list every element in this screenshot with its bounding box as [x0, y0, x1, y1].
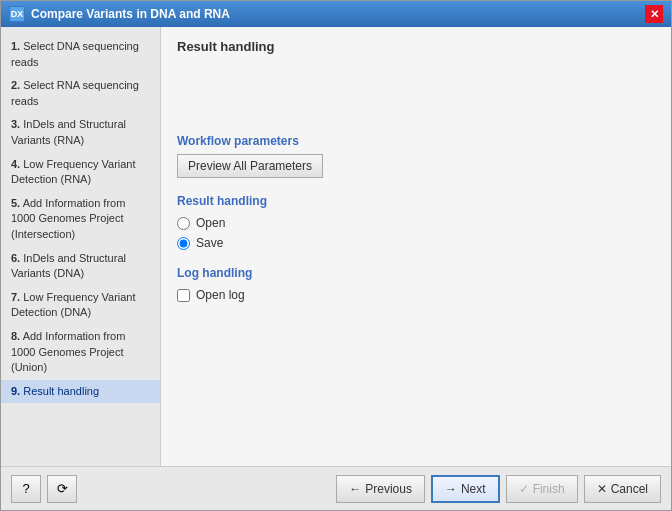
sidebar-item-5[interactable]: 5. Add Information from 1000 Genomes Pro…: [1, 192, 160, 247]
radio-save[interactable]: [177, 237, 190, 250]
previous-label: Previous: [365, 482, 412, 496]
radio-save-label: Save: [196, 236, 223, 250]
sidebar-item-9[interactable]: 9. Result handling: [1, 380, 160, 404]
open-log-checkbox-item[interactable]: Open log: [177, 288, 655, 302]
cancel-x-icon: ✕: [597, 482, 607, 496]
previous-button[interactable]: ← Previous: [336, 475, 425, 503]
preview-all-parameters-button[interactable]: Preview All Parameters: [177, 154, 323, 178]
sidebar-item-8[interactable]: 8. Add Information from 1000 Genomes Pro…: [1, 325, 160, 380]
title-bar: DX Compare Variants in DNA and RNA ✕: [1, 1, 671, 27]
cancel-button[interactable]: ✕ Cancel: [584, 475, 661, 503]
sidebar-item-1[interactable]: 1. Select DNA sequencing reads: [1, 35, 160, 74]
radio-open[interactable]: [177, 217, 190, 230]
open-log-checkbox[interactable]: [177, 289, 190, 302]
finish-button[interactable]: ✓ Finish: [506, 475, 578, 503]
help-button[interactable]: ?: [11, 475, 41, 503]
result-handling-subtitle: Result handling: [177, 194, 655, 208]
next-label: Next: [461, 482, 486, 496]
finish-label: Finish: [533, 482, 565, 496]
result-handling-options: Open Save: [177, 216, 655, 250]
prev-arrow-icon: ←: [349, 482, 361, 496]
bottom-right-buttons: ← Previous → Next ✓ Finish ✕ Cancel: [336, 475, 661, 503]
close-button[interactable]: ✕: [645, 5, 663, 23]
open-log-label: Open log: [196, 288, 245, 302]
sidebar-item-4[interactable]: 4. Low Frequency Variant Detection (RNA): [1, 153, 160, 192]
radio-open-item[interactable]: Open: [177, 216, 655, 230]
sidebar: 1. Select DNA sequencing reads2. Select …: [1, 27, 161, 466]
content-area: 1. Select DNA sequencing reads2. Select …: [1, 27, 671, 466]
window-title: Compare Variants in DNA and RNA: [31, 7, 230, 21]
sidebar-item-2[interactable]: 2. Select RNA sequencing reads: [1, 74, 160, 113]
finish-check-icon: ✓: [519, 482, 529, 496]
main-panel: Result handling Workflow parameters Prev…: [161, 27, 671, 466]
workflow-params-title: Workflow parameters: [177, 134, 655, 148]
settings-button[interactable]: ⟳: [47, 475, 77, 503]
main-window: DX Compare Variants in DNA and RNA ✕ 1. …: [0, 0, 672, 511]
sidebar-item-7[interactable]: 7. Low Frequency Variant Detection (DNA): [1, 286, 160, 325]
bottom-left-buttons: ? ⟳: [11, 475, 77, 503]
next-button[interactable]: → Next: [431, 475, 500, 503]
radio-save-item[interactable]: Save: [177, 236, 655, 250]
bottom-bar: ? ⟳ ← Previous → Next ✓ Finish ✕ Cancel: [1, 466, 671, 510]
cancel-label: Cancel: [611, 482, 648, 496]
log-handling-title: Log handling: [177, 266, 655, 280]
sidebar-item-3[interactable]: 3. InDels and Structural Variants (RNA): [1, 113, 160, 152]
sidebar-item-6[interactable]: 6. InDels and Structural Variants (DNA): [1, 247, 160, 286]
window-icon: DX: [9, 6, 25, 22]
radio-open-label: Open: [196, 216, 225, 230]
main-section-title: Result handling: [177, 39, 655, 54]
next-arrow-icon: →: [445, 482, 457, 496]
